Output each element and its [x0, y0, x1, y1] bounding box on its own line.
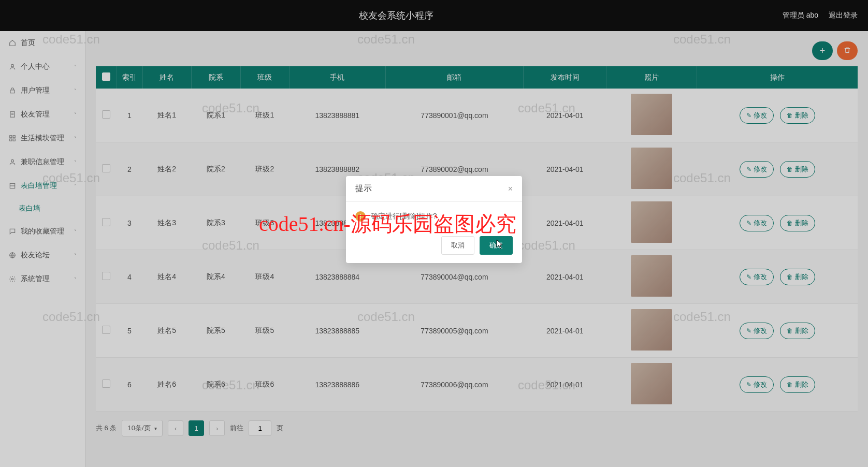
- cell-dept: 院系6: [192, 358, 241, 412]
- sidebar-item-label: 系统管理: [21, 274, 74, 284]
- cell-index: 2: [117, 142, 142, 196]
- cell-phone: 13823888881: [290, 89, 386, 142]
- cell-index: 1: [117, 89, 142, 142]
- sidebar-item-4[interactable]: 生活模块管理˅: [0, 126, 85, 150]
- trash-icon: 🗑: [787, 166, 793, 173]
- edit-icon: ✎: [746, 381, 751, 388]
- goto-label: 前往: [230, 424, 243, 433]
- edit-icon: ✎: [746, 166, 751, 173]
- pagination: 共 6 条 10条/页 ▾ ‹ 1 › 前往 页: [96, 420, 858, 436]
- row-checkbox[interactable]: [102, 272, 110, 280]
- trash-icon: 🗑: [787, 112, 793, 119]
- cell-name: 姓名3: [142, 196, 192, 250]
- cell-phone: 13823888885: [290, 304, 386, 358]
- trash-icon: 🗑: [787, 273, 793, 281]
- photo-thumbnail[interactable]: [631, 94, 672, 135]
- cell-email: 773890001@qq.com: [385, 89, 524, 142]
- cell-class: 班级2: [240, 142, 290, 196]
- page-size-select[interactable]: 10条/页 ▾: [122, 420, 163, 436]
- table-row: 6 姓名6 院系6 班级6 13823888886 773890006@qq.c…: [96, 358, 858, 412]
- edit-button[interactable]: ✎修改: [740, 107, 774, 124]
- delete-button[interactable]: 🗑删除: [780, 323, 815, 339]
- sidebar-item-9[interactable]: 系统管理˅: [0, 267, 85, 291]
- delete-button[interactable]: 🗑删除: [780, 161, 815, 178]
- edit-button[interactable]: ✎修改: [740, 161, 774, 178]
- prev-page-button[interactable]: ‹: [168, 420, 183, 436]
- sidebar-item-label: 我的收藏管理: [21, 227, 74, 236]
- sidebar-item-1[interactable]: 个人中心˅: [0, 55, 85, 79]
- row-checkbox[interactable]: [102, 218, 110, 226]
- sidebar-item-2[interactable]: 用户管理˅: [0, 79, 85, 103]
- cell-class: 班级1: [240, 89, 290, 142]
- sidebar-item-5[interactable]: 兼职信息管理˅: [0, 150, 85, 174]
- photo-thumbnail[interactable]: [631, 255, 672, 297]
- table-row: 5 姓名5 院系5 班级5 13823888885 773890005@qq.c…: [96, 304, 858, 358]
- logout-link[interactable]: 退出登录: [829, 11, 858, 20]
- row-checkbox[interactable]: [102, 110, 110, 119]
- delete-button[interactable]: 🗑删除: [780, 376, 815, 393]
- close-icon[interactable]: ×: [508, 184, 513, 194]
- cell-phone: 13823888886: [290, 358, 386, 412]
- column-header-7: 发布时间: [524, 66, 606, 89]
- cell-date: 2021-04-01: [524, 358, 606, 412]
- delete-button[interactable]: 🗑删除: [780, 107, 815, 124]
- photo-thumbnail[interactable]: [631, 148, 672, 189]
- cog-icon: [8, 275, 17, 283]
- svg-rect-1: [10, 90, 15, 93]
- page-number-1[interactable]: 1: [189, 420, 204, 436]
- submenu-item[interactable]: 表白墙: [0, 198, 85, 220]
- svg-rect-8: [13, 139, 15, 141]
- delete-button[interactable]: 🗑删除: [780, 215, 815, 231]
- table-row: 1 姓名1 院系1 班级1 13823888881 773890001@qq.c…: [96, 89, 858, 142]
- sidebar-item-0[interactable]: 首页: [0, 31, 85, 55]
- grid-icon: [8, 134, 17, 142]
- select-all-checkbox[interactable]: [102, 72, 110, 81]
- confirm-button[interactable]: 确定: [480, 236, 513, 255]
- sidebar-item-label: 首页: [21, 38, 77, 48]
- cell-date: 2021-04-01: [524, 89, 606, 142]
- row-checkbox[interactable]: [102, 164, 110, 172]
- cell-dept: 院系1: [192, 89, 241, 142]
- edit-button[interactable]: ✎修改: [740, 269, 774, 285]
- photo-thumbnail[interactable]: [631, 201, 672, 243]
- next-page-button[interactable]: ›: [209, 420, 225, 436]
- add-button[interactable]: +: [812, 41, 833, 60]
- cancel-button[interactable]: 取消: [441, 236, 474, 255]
- edit-button[interactable]: ✎修改: [740, 323, 774, 339]
- bulk-delete-button[interactable]: [837, 41, 858, 60]
- column-header-9: 操作: [697, 66, 858, 89]
- sidebar-item-8[interactable]: 校友论坛˅: [0, 243, 85, 267]
- edit-icon: ✎: [746, 220, 751, 227]
- cell-date: 2021-04-01: [524, 304, 606, 358]
- chevron-down-icon: ˅: [74, 229, 77, 235]
- row-checkbox[interactable]: [102, 326, 110, 334]
- edit-icon: ✎: [746, 273, 751, 281]
- row-checkbox[interactable]: [102, 380, 110, 388]
- edit-button[interactable]: ✎修改: [740, 376, 774, 393]
- sidebar-item-7[interactable]: 我的收藏管理˅: [0, 220, 85, 243]
- cell-name: 姓名2: [142, 142, 192, 196]
- app-title: 校友会系统小程序: [10, 9, 783, 22]
- chat-icon: [8, 227, 17, 236]
- svg-rect-6: [13, 136, 15, 138]
- cell-index: 6: [117, 358, 142, 412]
- sidebar-item-label: 用户管理: [21, 86, 74, 95]
- wall-icon: [8, 182, 17, 190]
- sidebar-item-label: 表白墙管理: [21, 181, 74, 191]
- sidebar-item-label: 兼职信息管理: [21, 157, 74, 167]
- photo-thumbnail[interactable]: [631, 363, 672, 404]
- sidebar-item-6[interactable]: 表白墙管理˄: [0, 174, 85, 198]
- goto-page-input[interactable]: [249, 420, 271, 436]
- chevron-down-icon: ˅: [74, 64, 77, 70]
- sidebar-item-3[interactable]: 校友管理˅: [0, 103, 85, 126]
- photo-thumbnail[interactable]: [631, 309, 672, 351]
- sidebar-item-label: 生活模块管理: [21, 134, 74, 143]
- sidebar-item-label: 校友论坛: [21, 251, 74, 260]
- cell-date: 2021-04-01: [524, 142, 606, 196]
- delete-button[interactable]: 🗑删除: [780, 269, 815, 285]
- admin-label[interactable]: 管理员 abo: [783, 11, 818, 20]
- edit-button[interactable]: ✎修改: [740, 215, 774, 231]
- trash-icon: 🗑: [787, 220, 793, 227]
- confirm-dialog: 提示 × ! 确定进行[删除]操作? 取消 确定: [346, 176, 522, 263]
- cell-email: 773890005@qq.com: [385, 304, 524, 358]
